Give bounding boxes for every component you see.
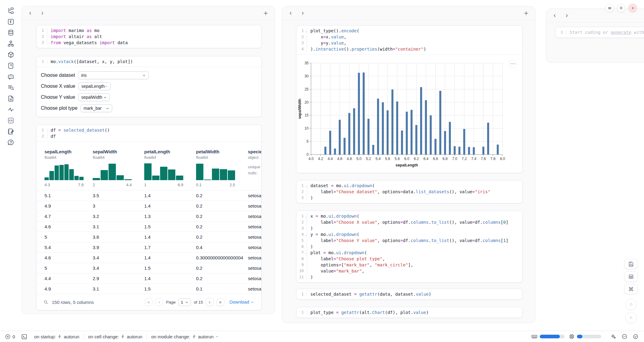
code-editor[interactable]: 1mo.vstack([dataset, x, y, plot]) [37,56,261,67]
code-line[interactable]: 2 label="Choose X value", options=df.col… [296,219,522,225]
chart-actions-icon[interactable] [509,59,517,68]
fold-caret-icon[interactable]: ⌄ [305,232,307,238]
code-line[interactable]: 1⌄plot_type().encode( [296,28,522,34]
code-line[interactable]: 1Start coding or generate with [556,29,644,35]
help-icon[interactable] [7,139,14,146]
first-page-icon[interactable]: « [145,298,152,306]
code-line[interactable]: 6) [296,244,522,250]
code-line[interactable]: 7⌄plot = mo.ui.dropdown( [296,250,522,256]
code-line[interactable]: 3) [296,225,522,231]
code-line[interactable]: 1⌄dataset = mo.ui.dropdown( [296,183,522,189]
stop-icon[interactable] [625,299,637,310]
sparkles-icon[interactable] [610,333,617,340]
packages-icon[interactable] [7,51,14,58]
table-row[interactable]: 4.931.40.2setosa [37,201,261,211]
code-line[interactable]: 5 label="Choose Y value", options=df.col… [296,237,522,244]
autorun-on-module-change-toggle[interactable]: on module change: autorun [151,334,219,339]
table-row[interactable]: 5.13.51.40.2setosa [37,190,261,201]
dataset-select[interactable]: iris [78,71,149,79]
chevron-right-icon[interactable] [299,10,306,16]
code-line[interactable]: 8 label="Choose plot type", [296,256,522,262]
chevron-right-icon[interactable] [564,12,570,19]
documentation-icon[interactable] [7,95,14,102]
x-value-select[interactable]: sepalLength [78,82,111,90]
scratchpad-icon[interactable] [7,128,14,135]
table-row[interactable]: 4.42.91.40.2setosa [37,273,261,283]
settings-icon[interactable] [617,4,625,12]
cpu-meter[interactable] [569,333,601,340]
autorun-on-cell-change-toggle[interactable]: on cell change: autorun [88,334,142,339]
code-line[interactable]: 3) [296,195,522,201]
fold-caret-icon[interactable]: ⌄ [305,250,307,256]
code-line[interactable]: 1import marimo as mo [37,27,261,34]
code-editor[interactable]: 1⌄dataset = mo.ui.dropdown(2 label="Choo… [296,180,522,203]
fold-caret-icon[interactable]: ⌄ [305,28,307,34]
error-indicator[interactable]: 0 [5,334,15,340]
add-cell-icon[interactable] [523,10,530,17]
dependencies-icon[interactable] [7,40,14,47]
code-line[interactable]: 2df [37,133,261,139]
chevron-left-icon[interactable] [27,10,34,16]
code-line[interactable]: 3 y=y.value, [296,40,522,46]
run-icon[interactable] [625,312,637,323]
table-row[interactable]: 53.41.50.2setosa [37,263,261,273]
autorun-on-startup-toggle[interactable]: on startup: autorun [34,334,79,339]
chevron-left-icon[interactable] [552,12,558,19]
save-icon[interactable] [624,259,638,269]
table-row[interactable]: 53.61.40.2setosa [37,232,261,242]
logs-icon[interactable] [7,62,14,69]
empty-code-editor[interactable]: 1Start coding or generate with [556,27,644,37]
table-row[interactable]: 4.63.41.40.30000000000000004setosa [37,252,261,263]
code-line[interactable]: 2 x=x.value, [296,34,522,40]
code-line[interactable]: 4).interactive().properties(width="conta… [296,46,522,52]
code-line[interactable]: 1plot_type = getattr(alt.Chart(df), plot… [296,309,522,315]
chevron-right-icon[interactable] [39,10,45,16]
code-line[interactable]: 3from vega_datasets import data [37,40,261,46]
variables-icon[interactable] [7,18,14,25]
page-select[interactable]: 1 [178,298,191,306]
table-row[interactable]: 4.73.21.30.2setosa [37,211,261,221]
code-line[interactable]: 10 value="mark_bar", [296,268,522,274]
last-page-icon[interactable]: » [216,298,224,306]
code-editor[interactable]: 1⌄plot_type().encode(2 x=x.value,3 y=y.v… [296,26,522,54]
fold-caret-icon[interactable]: ⌄ [305,213,307,219]
code-line[interactable]: 2 label="Choose dataset", options=data.l… [296,189,522,195]
plot-type-select[interactable]: mark_bar [80,104,112,112]
terminal-icon[interactable] [20,333,28,340]
code-editor[interactable]: 1⌄x = mo.ui.dropdown(2 label="Choose X v… [296,211,522,282]
code-line[interactable]: 1mo.vstack([dataset, x, y, plot]) [37,59,261,65]
chevron-left-icon[interactable] [288,10,294,16]
bar-chart[interactable]: 4.04.24.44.64.85.05.25.45.65.86.06.26.46… [296,55,522,173]
code-editor[interactable]: 1plot_type = getattr(alt.Chart(df), plot… [296,307,522,318]
file-tree-icon[interactable] [7,7,14,14]
code-line[interactable]: 9 options=["mark_bar", "mark_circle"], [296,262,522,268]
search-icon[interactable] [43,300,48,305]
connection-status-icon[interactable] [632,333,639,340]
code-line[interactable]: 1⌄x = mo.ui.dropdown( [296,213,522,219]
code-line[interactable]: 2import altair as alt [37,34,261,40]
code-line[interactable]: 1selected_dataset = getattr(data, datase… [296,291,522,297]
menu-icon[interactable] [605,4,614,12]
code-editor[interactable]: 1df = selected_dataset()2df [37,125,261,141]
table-row[interactable]: 5.43.91.70.4setosa [37,242,261,252]
copilot-icon[interactable] [621,333,628,340]
prev-page-icon[interactable]: ‹ [155,298,163,306]
code-line[interactable]: 1df = selected_dataset() [37,127,261,133]
outline-icon[interactable] [7,84,14,91]
table-row[interactable]: 4.63.11.50.2setosa [37,221,261,232]
datasources-icon[interactable] [7,29,14,36]
code-editor[interactable]: 1import marimo as mo2import altair as al… [37,25,261,48]
chat-icon[interactable] [7,73,14,80]
ram-meter[interactable] [531,333,565,340]
snippets-icon[interactable] [7,117,14,124]
table-row[interactable]: 4.93.11.50.1setosa [37,283,261,294]
download-button[interactable]: Download [230,300,254,305]
add-cell-icon[interactable] [262,10,269,17]
code-editor[interactable]: 1selected_dataset = getattr(data, datase… [296,289,522,299]
fold-caret-icon[interactable]: ⌄ [305,183,307,189]
code-line[interactable]: 4⌄y = mo.ui.dropdown( [296,231,522,237]
y-value-select[interactable]: sepalWidth [78,93,110,101]
keyboard-shortcuts-icon[interactable] [624,284,638,294]
close-icon[interactable] [628,4,637,12]
code-line[interactable]: 11) [296,274,522,280]
